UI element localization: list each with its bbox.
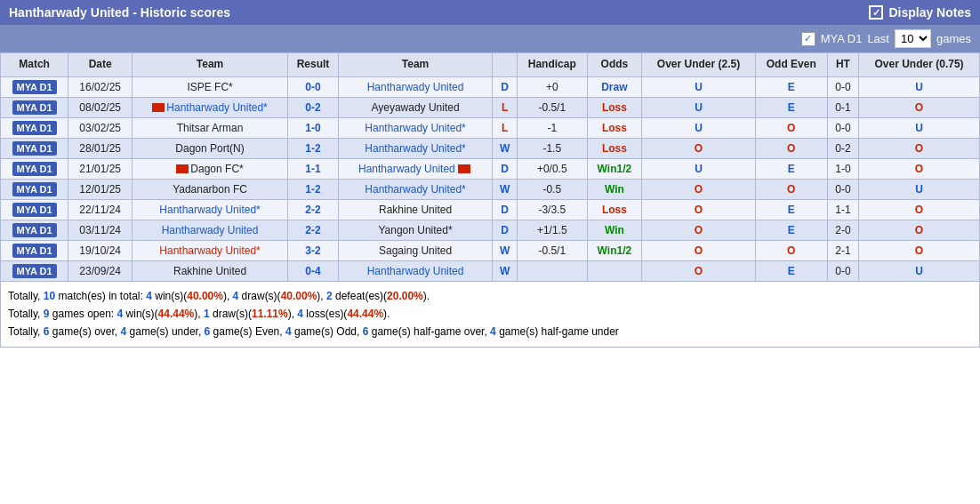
scores-table: Match Date Team Result Team Handicap Odd… — [0, 52, 980, 282]
red-flag-icon — [458, 164, 470, 173]
team2-cell: Hantharwady United* — [338, 179, 492, 199]
col-odds: Odds — [587, 53, 642, 77]
date-cell: 16/02/25 — [68, 76, 133, 97]
games-label: games — [936, 32, 971, 45]
ht-cell: 2-1 — [827, 240, 858, 260]
filter-checkbox[interactable]: ✓ — [801, 32, 815, 46]
ou075-cell: U — [859, 76, 980, 97]
league-badge: MYA D1 — [12, 141, 57, 156]
team1-cell: Thitsar Arman — [133, 117, 288, 138]
team2-cell: Ayeyawady United — [338, 97, 492, 117]
date-cell: 22/11/24 — [68, 199, 133, 220]
ou075-cell: U — [859, 179, 980, 199]
ht-cell: 1-0 — [827, 158, 858, 179]
team2-cell: Hantharwady United — [338, 76, 492, 97]
team2-cell: Hantharwady United* — [338, 117, 492, 138]
team2-name: Yangon United* — [378, 224, 452, 236]
team2-name: Sagaing United — [379, 244, 452, 257]
dl-cell: W — [493, 240, 518, 260]
ou075-cell: O — [859, 158, 980, 179]
team1-cell: Hantharwady United — [133, 220, 288, 240]
ou25-cell: O — [642, 220, 756, 240]
handicap-cell: -3/3.5 — [518, 199, 588, 220]
date-cell: 23/09/24 — [68, 260, 133, 281]
result-cell: 0-4 — [288, 260, 339, 281]
ou075-cell: U — [859, 117, 980, 138]
result-cell: 1-2 — [288, 179, 339, 199]
team2-name: Ayeyawady United — [371, 101, 459, 114]
result-cell: 2-2 — [288, 220, 339, 240]
table-row: MYA D1 12/01/25 Yadanarbon FC 1-2 Hantha… — [1, 179, 980, 199]
ht-cell: 0-2 — [827, 138, 858, 158]
dl-cell: W — [493, 260, 518, 281]
oe-cell: E — [755, 76, 827, 97]
league-cell: MYA D1 — [1, 199, 68, 220]
team2-name: Hantharwady United — [367, 81, 464, 93]
date-cell: 03/11/24 — [68, 220, 133, 240]
ht-cell: 0-0 — [827, 179, 858, 199]
summary-line2: Totally, 9 games open: 4 win(s)(44.44%),… — [8, 305, 972, 323]
handicap-cell: +1/1.5 — [518, 220, 588, 240]
team2-name: Rakhine United — [379, 204, 452, 216]
col-match: Match — [1, 53, 68, 77]
league-badge: MYA D1 — [12, 244, 57, 258]
team2-name: Hantharwady United* — [365, 122, 465, 134]
team2-name: Hantharwady United — [358, 163, 455, 175]
handicap-cell: +0 — [518, 76, 588, 97]
table-row: MYA D1 16/02/25 ISPE FC* 0-0 Hantharwady… — [1, 76, 980, 97]
ou25-cell: O — [642, 260, 756, 281]
summary-line3: Totally, 6 game(s) over, 4 game(s) under… — [8, 323, 972, 340]
table-row: MYA D1 21/01/25 Dagon FC* 1-1 Hantharwad… — [1, 158, 980, 179]
team1-cell: Dagon Port(N) — [133, 138, 288, 158]
odds-cell: Loss — [587, 199, 642, 220]
team1-cell: ISPE FC* — [133, 76, 288, 97]
table-row: MYA D1 03/11/24 Hantharwady United 2-2 Y… — [1, 220, 980, 240]
date-cell: 21/01/25 — [68, 158, 133, 179]
team1-cell: Dagon FC* — [133, 158, 288, 179]
date-cell: 19/10/24 — [68, 240, 133, 260]
odds-cell: Loss — [587, 138, 642, 158]
oe-cell: E — [755, 97, 827, 117]
col-ht: HT — [827, 53, 858, 77]
result-cell: 1-1 — [288, 158, 339, 179]
handicap-cell: -0.5 — [518, 179, 588, 199]
league-badge: MYA D1 — [12, 203, 57, 217]
oe-cell: O — [755, 117, 827, 138]
col-result: Result — [288, 53, 339, 77]
odds-cell — [587, 260, 642, 281]
handicap-cell: -1 — [518, 117, 588, 138]
league-cell: MYA D1 — [1, 179, 68, 199]
team2-name: Hantharwady United* — [365, 183, 465, 196]
ht-cell: 2-0 — [827, 220, 858, 240]
ou25-cell: O — [642, 199, 756, 220]
date-cell: 08/02/25 — [68, 97, 133, 117]
ou075-cell: O — [859, 220, 980, 240]
table-row: MYA D1 08/02/25 Hantharwady United* 0-2 … — [1, 97, 980, 117]
col-date: Date — [68, 53, 133, 77]
team1-name: Hantharwady United* — [159, 244, 260, 257]
red-flag-icon — [176, 164, 189, 173]
team2-cell: Rakhine United — [338, 199, 492, 220]
league-badge: MYA D1 — [12, 223, 57, 237]
team2-name: Hantharwady United* — [365, 142, 465, 155]
odds-cell: Draw — [587, 76, 642, 97]
ou075-cell: U — [859, 260, 980, 281]
team1-name: Hantharwady United* — [166, 101, 267, 114]
dl-cell: D — [493, 158, 518, 179]
oe-cell: E — [755, 199, 827, 220]
league-cell: MYA D1 — [1, 138, 68, 158]
team1-name: Dagon FC* — [190, 163, 243, 175]
ou25-cell: U — [642, 117, 756, 138]
games-select[interactable]: 10 20 5 — [895, 29, 931, 48]
col-team1: Team — [133, 53, 288, 77]
dl-cell: L — [493, 97, 518, 117]
table-header-row: Match Date Team Result Team Handicap Odd… — [1, 53, 980, 77]
red-flag-icon — [152, 103, 165, 112]
odds-cell: Win1/2 — [587, 240, 642, 260]
team1-cell: Yadanarbon FC — [133, 179, 288, 199]
handicap-cell: -0.5/1 — [518, 240, 588, 260]
ou075-cell: O — [859, 138, 980, 158]
result-cell: 0-2 — [288, 97, 339, 117]
league-cell: MYA D1 — [1, 97, 68, 117]
handicap-cell: -1.5 — [518, 138, 588, 158]
